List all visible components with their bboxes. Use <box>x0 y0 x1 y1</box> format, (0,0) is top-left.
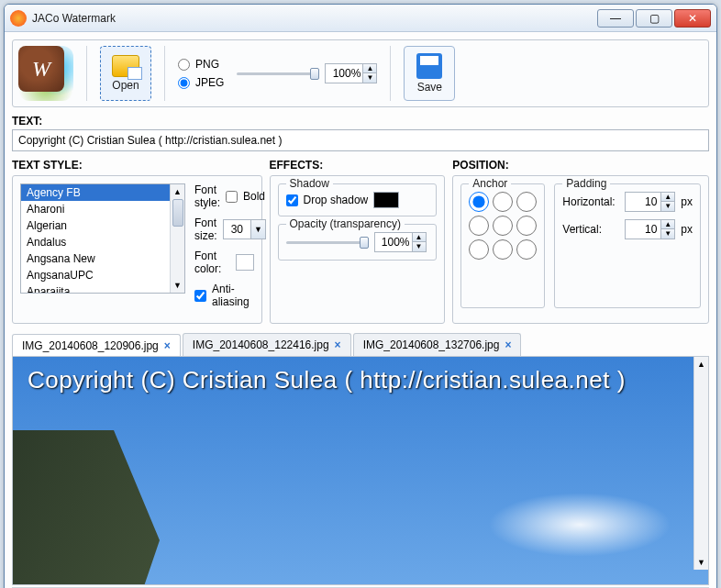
font-size-label: Font size: <box>194 216 217 242</box>
scroll-up-icon[interactable]: ▲ <box>694 357 708 372</box>
preview-area[interactable]: Copyright (C) Cristian Sulea ( http://cr… <box>12 356 709 585</box>
font-style-label: Font style: <box>194 183 220 209</box>
drop-shadow-checkbox[interactable] <box>286 194 298 206</box>
spin-up-icon[interactable]: ▲ <box>661 220 674 229</box>
tab-close-icon[interactable]: × <box>505 338 511 351</box>
slider-thumb-icon[interactable] <box>310 68 319 80</box>
open-button[interactable]: Open <box>100 46 151 101</box>
effects-panel: Shadow Drop shadow Opacity (transparency… <box>270 175 446 324</box>
divider <box>86 46 87 101</box>
v-padding-spinner[interactable]: ▲▼ <box>625 219 675 239</box>
opacity-fieldset: Opacity (transparency) ▲ ▼ <box>278 224 438 261</box>
opacity-spinner[interactable]: ▲ ▼ <box>374 232 427 252</box>
anchor-tc[interactable] <box>493 192 513 212</box>
preview-vscrollbar[interactable]: ▲ ▼ <box>693 357 708 570</box>
h-padding-spinner[interactable]: ▲▼ <box>625 192 675 212</box>
jpeg-label: JPEG <box>195 76 224 89</box>
anchor-ml[interactable] <box>469 216 489 236</box>
font-item[interactable]: Algerian <box>21 217 184 234</box>
close-button[interactable]: ✕ <box>674 9 711 28</box>
font-color-label: Font color: <box>194 250 230 275</box>
spin-down-icon[interactable]: ▼ <box>363 73 376 83</box>
font-item[interactable]: Agency FB <box>21 184 184 201</box>
anchor-bc[interactable] <box>493 239 513 260</box>
titlebar[interactable]: JACo Watermark — ▢ ✕ <box>5 5 716 32</box>
anchor-tl[interactable] <box>469 192 489 212</box>
spin-down-icon[interactable]: ▼ <box>413 242 426 251</box>
tab-close-icon[interactable]: × <box>335 338 341 351</box>
spin-up-icon[interactable]: ▲ <box>661 193 674 202</box>
quality-slider[interactable] <box>237 72 319 75</box>
spin-down-icon[interactable]: ▼ <box>661 202 674 211</box>
spin-up-icon[interactable]: ▲ <box>363 64 376 73</box>
bold-checkbox[interactable] <box>226 191 238 203</box>
logo-icon <box>18 46 64 92</box>
minimize-button[interactable]: — <box>597 9 634 28</box>
font-list[interactable]: Agency FB Aharoni Algerian Andalus Angsa… <box>20 183 185 294</box>
image-tab[interactable]: IMG_20140608_122416.jpg × <box>183 333 351 356</box>
font-item[interactable]: AngsanaUPC <box>21 267 184 283</box>
anchor-br[interactable] <box>516 239 537 260</box>
text-heading: TEXT: <box>12 115 709 128</box>
jpeg-radio[interactable]: JPEG <box>178 76 224 89</box>
folder-icon <box>112 55 139 77</box>
font-item[interactable]: Aparajita <box>21 283 184 294</box>
quality-input[interactable] <box>326 65 362 82</box>
unit-label: px <box>681 223 693 236</box>
spin-down-icon[interactable]: ▼ <box>661 229 674 239</box>
effects-heading: EFFECTS: <box>270 159 446 172</box>
v-padding-label: Vertical: <box>562 223 619 236</box>
png-radio[interactable]: PNG <box>178 58 224 71</box>
font-color-swatch[interactable] <box>236 254 253 271</box>
png-radio-input[interactable] <box>178 59 190 71</box>
antialias-checkbox[interactable] <box>194 290 206 302</box>
png-label: PNG <box>195 58 219 71</box>
opacity-slider[interactable] <box>286 241 369 244</box>
font-item[interactable]: Andalus <box>21 234 184 250</box>
image-tabs: IMG_20140608_120906.jpg × IMG_20140608_1… <box>12 333 709 356</box>
anchor-mr[interactable] <box>516 216 537 236</box>
format-radios: PNG JPEG <box>178 58 224 89</box>
position-panel: Anchor <box>452 175 709 324</box>
h-padding-input[interactable] <box>626 194 660 210</box>
antialias-label: Anti-aliasing <box>212 283 254 308</box>
tab-close-icon[interactable]: × <box>164 339 171 352</box>
image-tab[interactable]: IMG_20140608_120906.jpg × <box>12 334 181 357</box>
open-label: Open <box>112 79 139 92</box>
bold-label: Bold <box>243 190 265 203</box>
text-style-panel: Agency FB Aharoni Algerian Andalus Angsa… <box>12 175 262 324</box>
v-padding-input[interactable] <box>626 221 660 238</box>
shadow-color-swatch[interactable] <box>373 192 399 208</box>
save-label: Save <box>417 81 442 94</box>
scroll-thumb[interactable] <box>172 199 183 227</box>
unit-label: px <box>681 195 693 208</box>
scroll-down-icon[interactable]: ▼ <box>171 278 184 293</box>
scroll-up-icon[interactable]: ▲ <box>171 184 184 199</box>
font-item[interactable]: Angsana New <box>21 250 184 267</box>
opacity-input[interactable] <box>375 234 412 250</box>
image-tab[interactable]: IMG_20140608_132706.jpg × <box>353 333 522 356</box>
chevron-down-icon[interactable]: ▼ <box>250 220 265 239</box>
anchor-bl[interactable] <box>469 239 489 260</box>
anchor-grid <box>469 192 537 260</box>
jpeg-radio-input[interactable] <box>178 77 190 89</box>
scroll-down-icon[interactable]: ▼ <box>694 555 708 570</box>
quality-spinner[interactable]: ▲ ▼ <box>325 63 377 83</box>
anchor-tr[interactable] <box>516 192 537 212</box>
font-scrollbar[interactable]: ▲ ▼ <box>170 184 184 293</box>
app-icon <box>10 10 27 27</box>
font-size-select[interactable]: 30 ▼ <box>223 219 266 239</box>
slider-thumb-icon[interactable] <box>360 237 369 249</box>
toolbar: Open PNG JPEG ▲ <box>12 39 709 107</box>
save-icon <box>416 53 442 79</box>
close-icon: ✕ <box>688 13 697 24</box>
anchor-mc[interactable] <box>493 216 513 236</box>
divider <box>164 46 165 101</box>
maximize-button[interactable]: ▢ <box>636 9 672 28</box>
watermark-text-input[interactable] <box>12 129 709 151</box>
divider <box>390 46 391 101</box>
anchor-legend: Anchor <box>469 177 511 190</box>
font-item[interactable]: Aharoni <box>21 201 184 217</box>
spin-up-icon[interactable]: ▲ <box>413 233 426 242</box>
save-button[interactable]: Save <box>404 46 455 101</box>
